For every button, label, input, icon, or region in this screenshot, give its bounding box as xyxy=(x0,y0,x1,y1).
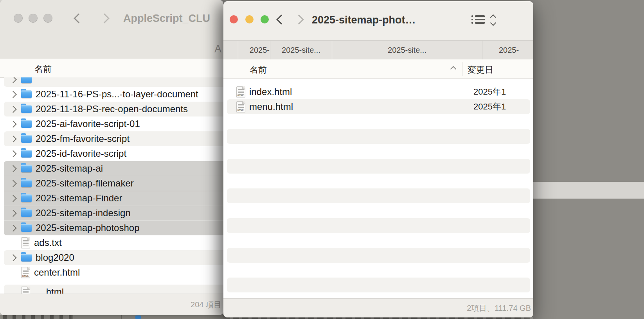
tab-2025-site...-3[interactable]: 2025-site... xyxy=(332,41,482,60)
html-badge-label: HTML xyxy=(22,275,29,277)
sort-ascending-icon[interactable] xyxy=(450,66,457,72)
table-row[interactable]: 2025-ai-favorite-script-01 xyxy=(0,116,223,131)
back-button-icon[interactable] xyxy=(74,13,83,23)
tab-2025--1[interactable]: 2025- xyxy=(238,41,270,60)
file-name: index.html xyxy=(249,86,292,97)
left-window-title: AppleScript_CLU xyxy=(123,13,210,25)
folder-icon xyxy=(21,165,32,172)
file-icon xyxy=(21,237,30,248)
tab-label: 2025-site... xyxy=(388,46,426,55)
left-column-header[interactable]: 名前 xyxy=(0,59,223,78)
html-badge-label: HTML xyxy=(237,109,245,111)
close-button[interactable] xyxy=(14,14,23,23)
file-name: 2025-sitemap-indesign xyxy=(36,208,131,219)
back-button-icon[interactable] xyxy=(276,14,286,24)
tab-2025-site...-2[interactable]: 2025-site... xyxy=(270,41,332,60)
tab-blank-0[interactable] xyxy=(223,41,238,60)
table-row[interactable]: 2025-id-favorite-script xyxy=(0,146,223,161)
tab-label: 2025- xyxy=(250,46,270,55)
folder-icon xyxy=(21,209,32,217)
folder-icon xyxy=(21,224,32,232)
table-row[interactable]: ads.txt xyxy=(0,235,223,250)
left-status-bar: 204 項目 xyxy=(0,294,223,315)
minimize-button[interactable] xyxy=(245,15,254,23)
left-file-list[interactable]: 2025-11-16-PS-ps...-to-layer-document202… xyxy=(0,77,223,294)
folder-icon xyxy=(21,254,32,262)
table-row[interactable]: 2025-11-16-PS-ps...-to-layer-document xyxy=(0,87,223,102)
html-badge-label: HTML xyxy=(237,94,245,97)
folder-icon xyxy=(21,150,32,158)
empty-row-stripe xyxy=(227,218,530,233)
column-header-name[interactable]: 名前 xyxy=(250,64,267,76)
tab-bar[interactable]: 2025-2025-site...2025-site...2025- xyxy=(223,40,533,60)
folder-icon xyxy=(21,90,32,98)
desktop-screen: AppleScript_CLU A 名前 2025-11-16-PS-ps...… xyxy=(0,0,644,319)
html-file-icon: HTML xyxy=(236,101,245,112)
table-row[interactable]: HTMLindex.html2025年1 xyxy=(223,84,533,99)
table-row[interactable]: blog2020 xyxy=(0,250,223,265)
empty-row-stripe xyxy=(227,159,530,174)
left-status-text: 204 項目 xyxy=(191,299,221,310)
empty-row-stripe xyxy=(227,248,530,263)
mid-status-bar: 2項目、111.74 GB xyxy=(223,298,533,317)
file-icon: HTML xyxy=(21,267,30,278)
finder-window-sitemap-photoshop[interactable]: 2025-sitemap-phot… 2025-2025-site...2025… xyxy=(223,1,533,317)
folder-icon xyxy=(21,77,32,83)
column-header-name[interactable]: 名前 xyxy=(34,63,52,75)
file-name: ads.txt xyxy=(34,237,62,248)
empty-row-stripe xyxy=(227,188,530,203)
table-row[interactable]: HTMLmenu.html2025年1 xyxy=(223,99,533,114)
table-row[interactable] xyxy=(0,77,223,87)
forward-button-icon[interactable] xyxy=(294,14,304,24)
zoom-button[interactable] xyxy=(43,14,52,23)
table-row[interactable]: 2025-sitemap-ai xyxy=(0,161,223,176)
file-name: 2025-ai-favorite-script-01 xyxy=(36,118,140,129)
file-name: ….html xyxy=(34,287,64,294)
mid-column-header[interactable]: 名前 変更日 xyxy=(223,59,533,79)
column-divider[interactable] xyxy=(462,62,462,76)
table-row[interactable]: 2025-sitemap-filemaker xyxy=(0,176,223,191)
html-file-icon: HTML xyxy=(236,86,245,97)
folder-icon xyxy=(21,105,32,113)
empty-row-stripe xyxy=(227,129,530,144)
list-view-icon[interactable] xyxy=(471,15,485,24)
table-row[interactable]: 2025-11-18-PS-rec-open-documents xyxy=(0,102,223,116)
file-modified-date: 2025年1 xyxy=(473,86,506,98)
file-name: center.html xyxy=(34,267,80,278)
file-name: 2025-sitemap-photoshop xyxy=(36,222,140,233)
file-name: 2025-11-18-PS-rec-open-documents xyxy=(36,104,188,115)
table-row[interactable]: 2025-fm-favorite-script xyxy=(0,131,223,146)
tab-label: 2025-site... xyxy=(282,46,320,55)
file-name: 2025-fm-favorite-script xyxy=(36,133,130,144)
view-options-down-icon[interactable] xyxy=(490,20,496,26)
close-button[interactable] xyxy=(230,15,238,23)
zoom-button[interactable] xyxy=(261,15,269,23)
empty-row-stripe xyxy=(227,278,530,292)
row-background xyxy=(4,77,223,87)
table-row[interactable]: HTMLcenter.html xyxy=(0,265,223,280)
file-name: 2025-sitemap-Finder xyxy=(36,193,122,204)
file-modified-date: 2025年1 xyxy=(473,101,506,113)
file-name: 2025-11-16-PS-ps...-to-layer-document xyxy=(36,89,198,100)
table-row[interactable]: 2025-sitemap-Finder xyxy=(0,191,223,206)
file-icon: HTML xyxy=(21,287,30,294)
left-window-titlebar[interactable]: AppleScript_CLU A xyxy=(0,0,223,59)
mid-window-titlebar[interactable]: 2025-sitemap-phot… xyxy=(223,1,533,40)
mid-file-list[interactable]: HTMLindex.html2025年1HTMLmenu.html2025年1 xyxy=(223,78,533,299)
folder-icon xyxy=(21,135,32,143)
tab-2025--4[interactable]: 2025- xyxy=(482,41,533,60)
finder-window-applescript-club[interactable]: AppleScript_CLU A 名前 2025-11-16-PS-ps...… xyxy=(0,0,223,315)
minimize-button[interactable] xyxy=(29,14,38,23)
column-header-modified[interactable]: 変更日 xyxy=(468,64,493,76)
file-name: menu.html xyxy=(249,101,293,112)
forward-button-icon[interactable] xyxy=(99,13,109,23)
mid-window-title: 2025-sitemap-phot… xyxy=(312,14,416,26)
table-row[interactable]: 2025-sitemap-photoshop xyxy=(0,220,223,235)
table-row[interactable]: 2025-sitemap-indesign xyxy=(0,206,223,220)
file-name: 2025-sitemap-filemaker xyxy=(36,178,134,189)
folder-icon xyxy=(21,179,32,187)
toolbar-text-fragment: A xyxy=(214,43,221,55)
tab-label: 2025- xyxy=(499,46,519,55)
folder-icon xyxy=(21,194,32,202)
table-row[interactable]: HTML….html xyxy=(0,285,223,294)
